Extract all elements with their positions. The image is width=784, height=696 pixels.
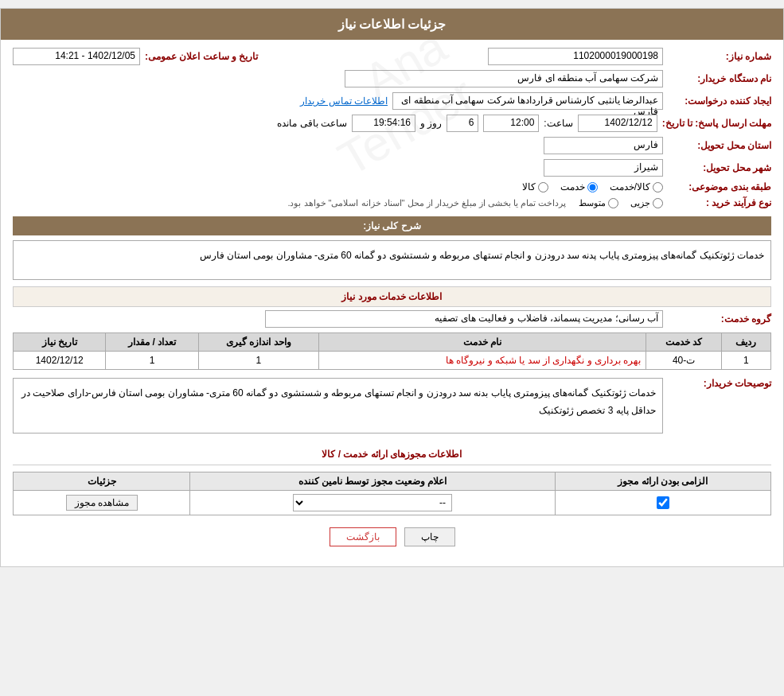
kala-radio-item: کالا xyxy=(522,181,548,192)
process-type-group: جزیی متوسط xyxy=(579,198,663,208)
motavasset-item: متوسط xyxy=(579,198,618,208)
ostan-label: استان محل تحویل: xyxy=(668,140,771,151)
tabagheBandi-radios: کالا/خدمت خدمت کالا xyxy=(522,181,663,192)
row-ejaad: ایجاد کننده درخواست: عبدالرضا یانثبی کار… xyxy=(13,92,771,110)
date-value: 1402/12/12 xyxy=(578,115,657,132)
tarikheElan-value: 1402/12/05 - 14:21 xyxy=(13,48,140,65)
saatMande-value: 19:54:16 xyxy=(352,115,415,132)
cell-radif: 1 xyxy=(721,352,770,370)
col-elzam: الزامی بودن ارائه مجوز xyxy=(555,472,770,491)
process-note: پرداخت تمام یا بخشی از مبلغ خریدار از مح… xyxy=(287,198,566,208)
toseeh-box: خدمات ژئوتکنیک گمانه‌های پیزومتری پایاب … xyxy=(13,378,663,434)
goroheKhedmat-value: آب رسانی؛ مدیریت پسماند، فاضلاب و فعالیت… xyxy=(265,310,663,328)
license-divider: اطلاعات مجوزهای ارائه خدمت / کالا xyxy=(13,444,771,465)
page-title: جزئیات اطلاعات نیاز xyxy=(338,17,447,31)
goroheKhedmat-label: گروه خدمت: xyxy=(668,313,771,325)
toseeh-label: توصیحات خریدار: xyxy=(668,374,771,389)
khedmat-radio-item: خدمت xyxy=(560,181,598,192)
row-ostan: استان محل تحویل: فارس xyxy=(13,137,771,154)
print-button[interactable]: چاپ xyxy=(404,527,455,546)
time-label: ساعت: xyxy=(544,118,572,129)
row-toseeh: توصیحات خریدار: خدمات ژئوتکنیک گمانه‌های… xyxy=(13,374,771,437)
services-table: ردیف کد خدمت نام خدمت واحد اندازه گیری ت… xyxy=(13,332,771,370)
col-eelam: اعلام وضعیت مجوز توسط نامین کننده xyxy=(190,472,555,491)
noeFarayand-label: نوع فرآیند خرید : xyxy=(668,197,771,208)
jazee-item: جزیی xyxy=(630,198,663,208)
ejaadKonande-value: عبدالرضا یانثبی کارشناس قراردادها شرکت س… xyxy=(392,92,663,110)
motavasset-label: متوسط xyxy=(579,198,606,208)
ejaadKonande-label: ایجاد کننده درخواست: xyxy=(668,95,771,107)
saatMande-label: ساعت باقی مانده xyxy=(277,118,347,129)
namDastgah-value: شرکت سهامی آب منطقه ای فارس xyxy=(345,70,663,87)
jazee-radio[interactable] xyxy=(653,198,663,208)
shahr-value: شیراز xyxy=(544,159,663,177)
shareh-box: خدمات ژئوتکنیک گمانه‌های پیزومتری پایاب … xyxy=(13,240,771,280)
table-row: 1 ت-40 بهره برداری و نگهداری از سد یا شب… xyxy=(14,352,771,370)
cell-jozeat: مشاهده مجوز xyxy=(14,491,190,515)
shareh-label: شرح کلی نیاز: xyxy=(363,220,421,231)
cell-tedad: 1 xyxy=(106,352,198,370)
view-license-button[interactable]: مشاهده مجوز xyxy=(66,495,138,511)
khedmat-label: خدمت xyxy=(560,181,585,192)
khedmat-radio[interactable] xyxy=(587,182,598,192)
row-namDastgah: نام دستگاه خریدار: شرکت سهامی آب منطقه ا… xyxy=(13,70,771,87)
cell-elzam xyxy=(555,491,770,515)
serviceInfo-label: اطلاعات خدمات مورد نیاز xyxy=(341,291,442,302)
tarikheElan-label: تاریخ و ساعت اعلان عمومی: xyxy=(145,51,258,62)
rooz-value: 6 xyxy=(447,115,478,132)
mohlat-label: مهلت ارسال پاسخ: تا تاریخ: xyxy=(662,118,771,129)
tabagheBandi-label: طبقه بندی موضوعی: xyxy=(668,181,771,192)
time-value: 12:00 xyxy=(483,115,539,132)
col-radif: ردیف xyxy=(721,333,770,352)
content-area: AnaTender شماره نیاز: 1102000019000198 ت… xyxy=(1,40,783,566)
page-wrapper: جزئیات اطلاعات نیاز AnaTender شماره نیاز… xyxy=(0,8,784,567)
row-goroheKhedmat: گروه خدمت: آب رسانی؛ مدیریت پسماند، فاضل… xyxy=(13,310,771,328)
row-mohlat: مهلت ارسال پاسخ: تا تاریخ: 1402/12/12 سا… xyxy=(13,115,771,132)
col-vahed: واحد اندازه گیری xyxy=(198,333,318,352)
row-shomareNiaz: شماره نیاز: 1102000019000198 تاریخ و ساع… xyxy=(13,48,771,65)
serviceInfo-header: اطلاعات خدمات مورد نیاز xyxy=(13,286,771,307)
cell-vahed: 1 xyxy=(198,352,318,370)
col-name: نام خدمت xyxy=(318,333,646,352)
kalaKhedmat-radio[interactable] xyxy=(653,182,663,192)
rooz-label: روز و xyxy=(420,118,442,129)
elzam-checkbox[interactable] xyxy=(657,496,669,509)
ettelaat-link[interactable]: اطلاعات تماس خریدار xyxy=(300,95,388,107)
shomareNiaz-label: شماره نیاز: xyxy=(668,51,771,62)
row-shahr: شهر محل تحویل: شیراز xyxy=(13,159,771,177)
row-noeFarayand: نوع فرآیند خرید : جزیی متوسط پرداخت تمام… xyxy=(13,197,771,208)
shareh-section-header: شرح کلی نیاز: xyxy=(13,216,771,235)
jazee-label: جزیی xyxy=(630,198,650,208)
cell-tarikh: 1402/12/12 xyxy=(14,352,106,370)
license-table: الزامی بودن ارائه مجوز اعلام وضعیت مجوز … xyxy=(13,472,771,515)
list-item: -- مشاهده مجوز xyxy=(14,491,771,515)
col-kod: کد خدمت xyxy=(646,333,722,352)
bottom-buttons: چاپ بازگشت xyxy=(13,527,771,546)
kala-label: کالا xyxy=(522,181,536,192)
cell-kod: ت-40 xyxy=(646,352,722,370)
cell-name: بهره برداری و نگهداری از سد یا شبکه و نی… xyxy=(318,352,646,370)
row-tabagheBandi: طبقه بندی موضوعی: کالا/خدمت خدمت کالا xyxy=(13,181,771,192)
ostan-value: فارس xyxy=(544,137,663,154)
kalaKhedmat-radio-item: کالا/خدمت xyxy=(610,181,663,192)
cell-eelam: -- xyxy=(190,491,555,515)
col-jozeat: جزئیات xyxy=(14,472,190,491)
back-button[interactable]: بازگشت xyxy=(330,527,396,546)
shahr-label: شهر محل تحویل: xyxy=(668,162,771,173)
page-header: جزئیات اطلاعات نیاز xyxy=(1,9,783,40)
col-tarikh: تاریخ نیاز xyxy=(14,333,106,352)
kalaKhedmat-label: کالا/خدمت xyxy=(610,181,650,192)
motavasset-radio[interactable] xyxy=(608,198,618,208)
kala-radio[interactable] xyxy=(538,182,548,192)
namDastgah-label: نام دستگاه خریدار: xyxy=(668,73,771,84)
shomareNiaz-value: 1102000019000198 xyxy=(488,48,663,65)
col-tedad: تعداد / مقدار xyxy=(106,333,198,352)
eelam-select[interactable]: -- xyxy=(293,494,452,511)
